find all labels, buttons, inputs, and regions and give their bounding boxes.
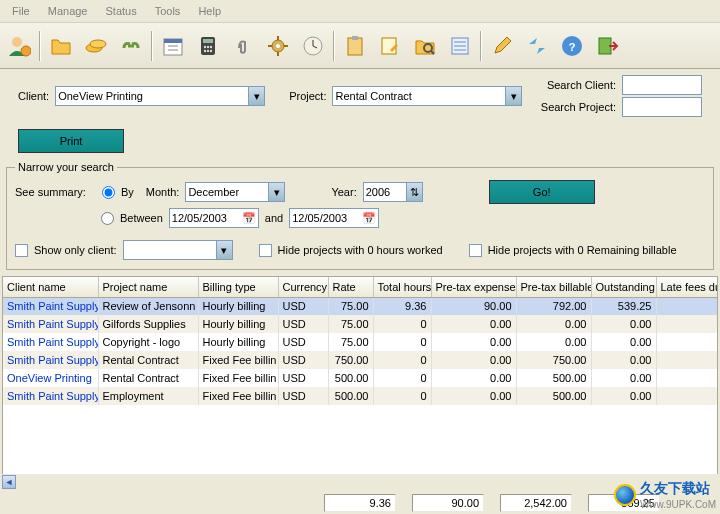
date-from[interactable]: 12/05/2003📅 [169,208,259,228]
menu-manage[interactable]: Manage [40,3,96,19]
scroll-left-icon[interactable]: ◄ [2,475,16,489]
svg-point-17 [276,44,280,48]
calendar-icon[interactable]: 📅 [361,212,377,225]
filter-bar: Client: OneView Printing▾ Project: Renta… [0,69,720,121]
total-exp: 90.00 [412,494,484,512]
svg-rect-26 [352,36,358,40]
go-button[interactable]: Go! [489,180,595,204]
clipboard-icon[interactable] [338,29,372,63]
show-only-client-combo[interactable]: ▾ [123,240,233,260]
calculator-icon[interactable] [191,29,225,63]
calendar-icon[interactable] [156,29,190,63]
totals-row: 9.36 90.00 2,542.00 539.25 [324,492,660,514]
col-late[interactable]: Late fees due [656,277,718,297]
grid-header-row: Client name Project name Billing type Cu… [3,277,718,297]
svg-rect-5 [164,39,182,43]
svg-rect-9 [203,39,213,43]
hide-0-hours-label: Hide projects with 0 hours worked [278,244,443,256]
table-row[interactable]: Smith Paint SupplyEmploymentFixed Fee bi… [3,387,718,405]
project-combo[interactable]: Rental Contract▾ [332,86,522,106]
svg-point-3 [90,40,106,48]
folder-icon[interactable] [44,29,78,63]
search-client-input[interactable] [622,75,702,95]
gear-icon[interactable] [261,29,295,63]
exit-icon[interactable] [590,29,624,63]
show-only-client-check[interactable] [15,244,28,257]
table-row[interactable]: Smith Paint SupplyRental ContractFixed F… [3,351,718,369]
sync-icon[interactable] [520,29,554,63]
horizontal-scrollbar[interactable]: ◄ [2,474,718,490]
svg-point-11 [207,45,209,47]
hide-0-billable-label: Hide projects with 0 Remaining billable [488,244,677,256]
data-grid: Client name Project name Billing type Cu… [2,276,718,488]
date-to[interactable]: 12/05/2003📅 [289,208,379,228]
hide-0-hours-check[interactable] [259,244,272,257]
between-label: Between [120,212,163,224]
col-exp[interactable]: Pre-tax expenses [431,277,516,297]
svg-point-14 [207,49,209,51]
month-combo[interactable]: December▾ [185,182,285,202]
table-row[interactable]: OneView PrintingRental ContractFixed Fee… [3,369,718,387]
table-row[interactable]: Smith Paint SupplyCopyright - logoHourly… [3,333,718,351]
attachment-icon[interactable] [226,29,260,63]
between-radio[interactable] [101,212,114,225]
help-icon[interactable]: ? [555,29,589,63]
total-billable: 2,542.00 [500,494,572,512]
col-out[interactable]: Outstanding [591,277,656,297]
menu-status[interactable]: Status [98,3,145,19]
table-row[interactable]: Smith Paint SupplyGilfords SuppliesHourl… [3,315,718,333]
month-label: Month: [146,186,180,198]
total-hours: 9.36 [324,494,396,512]
svg-point-1 [21,46,31,56]
by-radio[interactable] [102,186,115,199]
toolbar: ? [0,23,720,69]
year-combo[interactable]: 2006⇅ [363,182,423,202]
by-label: By [121,186,134,198]
svg-text:?: ? [569,41,576,53]
menubar: File Manage Status Tools Help [0,0,720,23]
year-label: Year: [331,186,356,198]
search-folder-icon[interactable] [408,29,442,63]
hide-0-billable-check[interactable] [469,244,482,257]
col-hours[interactable]: Total hours [373,277,431,297]
col-rate[interactable]: Rate [328,277,373,297]
calendar-icon[interactable]: 📅 [241,212,257,225]
svg-point-0 [12,37,22,47]
col-project[interactable]: Project name [98,277,198,297]
col-currency[interactable]: Currency [278,277,328,297]
project-label: Project: [289,90,326,102]
menu-tools[interactable]: Tools [147,3,189,19]
print-button[interactable]: Print [18,129,124,153]
total-out: 539.25 [588,494,660,512]
menu-file[interactable]: File [4,3,38,19]
svg-point-15 [210,49,212,51]
client-label: Client: [18,90,49,102]
show-only-client-label: Show only client: [34,244,117,256]
col-client[interactable]: Client name [3,277,98,297]
narrow-search-group: Narrow your search See summary: By Month… [6,161,714,270]
search-project-label: Search Project: [541,101,616,113]
svg-point-10 [204,45,206,47]
col-billable[interactable]: Pre-tax billable [516,277,591,297]
svg-rect-27 [382,38,396,54]
coins-icon[interactable] [79,29,113,63]
clock-icon[interactable] [296,29,330,63]
edit-note-icon[interactable] [373,29,407,63]
svg-point-12 [210,45,212,47]
col-billing[interactable]: Billing type [198,277,278,297]
pencil-icon[interactable] [485,29,519,63]
menu-help[interactable]: Help [190,3,229,19]
user-icon[interactable] [2,29,36,63]
svg-rect-25 [348,38,362,55]
client-combo[interactable]: OneView Printing▾ [55,86,265,106]
link-icon[interactable] [114,29,148,63]
search-project-input[interactable] [622,97,702,117]
list-icon[interactable] [443,29,477,63]
see-summary-label: See summary: [15,186,86,198]
table-row[interactable]: Smith Paint SupplyReview of JensonnHourl… [3,297,718,315]
svg-point-13 [204,49,206,51]
search-client-label: Search Client: [547,79,616,91]
narrow-legend: Narrow your search [15,161,117,173]
and-label: and [265,212,283,224]
